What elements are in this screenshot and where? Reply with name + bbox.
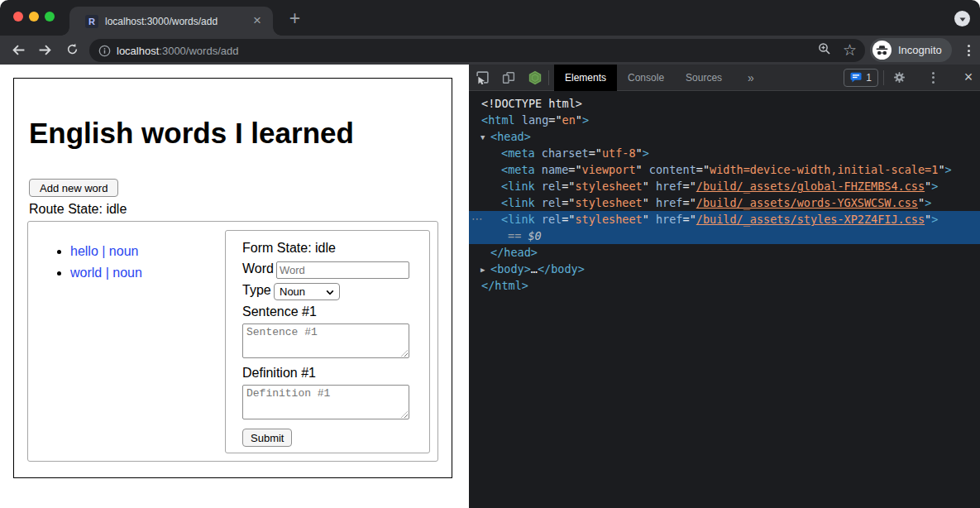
route-state-text: Route State: idle	[29, 202, 127, 217]
traffic-light-close[interactable]	[13, 12, 23, 22]
definition-label: Definition #1	[242, 366, 316, 381]
bookmark-star-icon[interactable]: ☆	[843, 42, 857, 58]
tab-title: localhost:3000/words/add	[105, 16, 218, 27]
address-bar[interactable]: localhost:3000/words/add ☆	[89, 39, 865, 62]
add-word-form: Form State: idle Word Type Noun Sentence…	[225, 230, 430, 453]
word-input[interactable]	[276, 261, 409, 279]
chevron-down-icon	[326, 290, 334, 295]
dom-tree-node[interactable]: <!DOCTYPE html>	[469, 95, 980, 112]
issues-icon	[850, 72, 862, 83]
sentence-input[interactable]	[242, 323, 409, 358]
devtools-tab-console[interactable]: Console	[617, 65, 675, 91]
word-list: hello | nounworld | noun	[43, 243, 142, 286]
reload-button[interactable]	[62, 40, 82, 60]
dom-tree-node[interactable]: </html>	[469, 277, 980, 294]
site-info-icon[interactable]	[98, 45, 111, 57]
browser-tab[interactable]: R localhost:3000/words/add ×	[69, 7, 273, 36]
download-arrow-icon	[958, 15, 967, 23]
form-state-text: Form State: idle	[242, 241, 336, 256]
downloads-button[interactable]	[954, 11, 970, 26]
forward-button[interactable]	[35, 40, 55, 60]
dom-tree-node[interactable]: == $0	[469, 228, 980, 244]
incognito-label: Incognito	[898, 44, 942, 56]
tab-close-icon[interactable]: ×	[249, 12, 265, 29]
device-toolbar-icon[interactable]	[495, 65, 522, 91]
extension-hexagon-icon[interactable]	[522, 65, 548, 91]
dom-tree-node[interactable]: <meta charset="utf-8">	[469, 145, 980, 161]
devtools-settings-icon[interactable]	[889, 65, 909, 91]
devtools-panel: ElementsConsoleSources » 1 × <!DOCTYPE h…	[469, 65, 980, 508]
type-label: Type	[242, 283, 271, 298]
add-new-word-button[interactable]: Add new word	[29, 179, 118, 197]
inspect-element-icon[interactable]	[469, 65, 495, 91]
elements-tree: <!DOCTYPE html><html lang="en">▼<head><m…	[469, 92, 980, 508]
page-title: English words I learned	[29, 117, 354, 150]
devtools-tabs: ElementsConsoleSources	[554, 65, 733, 91]
more-tabs-icon[interactable]: »	[733, 71, 754, 84]
expand-arrow-icon[interactable]: ▼	[480, 129, 485, 146]
devtools-toolbar: ElementsConsoleSources » 1 ×	[469, 65, 980, 91]
browser-navbar: localhost:3000/words/add ☆ Incognito	[0, 36, 980, 65]
page-viewport: English words I learned Add new word Rou…	[0, 65, 469, 508]
dom-tree-node[interactable]: </head>	[469, 244, 980, 261]
incognito-avatar-icon	[872, 41, 892, 60]
dom-tree-node[interactable]: ⋯<link rel="stylesheet" href="/build/_as…	[469, 211, 980, 228]
issues-button[interactable]: 1	[844, 69, 878, 87]
dom-tree-node[interactable]: <link rel="stylesheet" href="/build/_ass…	[469, 178, 980, 194]
devtools-tab-elements[interactable]: Elements	[554, 65, 617, 91]
dom-tree-node[interactable]: ▼<head>	[469, 128, 980, 145]
collapse-arrow-icon[interactable]: ▶	[480, 261, 485, 278]
devtools-tab-sources[interactable]: Sources	[675, 65, 733, 91]
sentence-label: Sentence #1	[242, 304, 317, 319]
traffic-light-zoom[interactable]	[45, 12, 55, 22]
words-panel: hello | nounworld | noun Form State: idl…	[27, 221, 438, 462]
devtools-menu-icon[interactable]	[925, 70, 940, 85]
dom-tree-node[interactable]: <meta name="viewport" content="width=dev…	[469, 161, 980, 178]
devtools-close-icon[interactable]: ×	[958, 69, 978, 86]
back-button[interactable]	[8, 40, 28, 60]
remix-favicon-icon: R	[85, 15, 98, 28]
type-select[interactable]: Noun	[274, 283, 340, 300]
dom-tree-node[interactable]: <link rel="stylesheet" href="/build/_ass…	[469, 194, 980, 211]
browser-menu-icon[interactable]	[964, 43, 973, 58]
submit-button[interactable]: Submit	[242, 429, 292, 447]
word-link[interactable]: hello | noun	[70, 244, 138, 258]
node-more-actions-icon[interactable]: ⋯	[471, 211, 484, 228]
type-select-value: Noun	[280, 285, 305, 298]
word-label: Word	[242, 261, 274, 276]
word-link[interactable]: world | noun	[70, 266, 142, 280]
traffic-light-minimize[interactable]	[29, 12, 39, 22]
incognito-badge: Incognito	[870, 38, 952, 62]
word-list-item: hello | noun	[70, 243, 142, 259]
app-container: English words I learned Add new word Rou…	[13, 78, 452, 478]
zoom-icon[interactable]	[818, 42, 831, 59]
url-text: localhost:3000/words/add	[117, 45, 238, 57]
new-tab-button[interactable]: +	[284, 7, 306, 30]
word-list-item: world | noun	[70, 265, 142, 280]
window-titlebar: R localhost:3000/words/add × +	[0, 0, 980, 36]
dom-tree-node[interactable]: <html lang="en">	[469, 112, 980, 128]
dom-tree-node[interactable]: ▶<body>…</body>	[469, 261, 980, 277]
definition-input[interactable]	[242, 385, 409, 419]
